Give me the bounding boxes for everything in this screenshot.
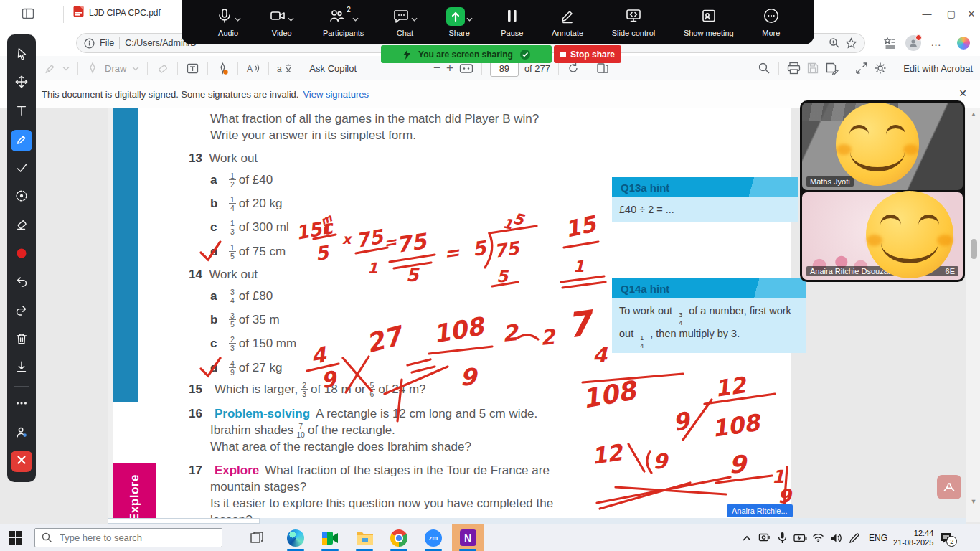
scroll-down-icon[interactable]: ▼ [966, 498, 980, 505]
acrobat-floating-button[interactable] [937, 475, 961, 499]
start-button[interactable] [9, 531, 22, 547]
tray-battery-icon[interactable] [791, 534, 809, 542]
meeting-video-button[interactable]: Video [269, 7, 294, 37]
eraser-icon[interactable] [156, 62, 169, 75]
pen-tool[interactable] [11, 130, 32, 151]
tray-wifi-icon[interactable] [809, 533, 827, 542]
settings-gear-icon[interactable] [874, 62, 887, 75]
print-icon[interactable] [787, 62, 801, 75]
window-maximize-button[interactable]: ▢ [941, 9, 961, 19]
banner-close-icon[interactable]: ✕ [958, 88, 967, 99]
move-tool[interactable] [11, 72, 32, 94]
copilot-icon[interactable] [957, 37, 970, 50]
tray-volume-icon[interactable] [827, 533, 845, 543]
favorites-bar-icon[interactable] [884, 37, 897, 50]
meeting-pause-button[interactable]: Pause [501, 7, 523, 37]
taskbar-app-edge[interactable] [280, 524, 311, 551]
tab-layout-icon[interactable] [22, 7, 34, 23]
meeting-annotate-button[interactable]: Annotate [552, 7, 583, 37]
tray-screen-record-icon[interactable] [755, 532, 773, 543]
translate-icon[interactable]: a [277, 62, 293, 75]
color-swatch-red[interactable] [11, 244, 32, 265]
participants-annotation-button[interactable] [11, 423, 32, 444]
rotate-icon[interactable] [567, 62, 580, 75]
taskbar-app-meet[interactable] [314, 524, 346, 551]
participants-icon [328, 7, 345, 27]
participant-videos-panel[interactable]: Maths Jyoti Anaira Ritchie Dsouza. 6E [800, 100, 965, 282]
meeting-show-meeting-button[interactable]: Show meeting [684, 7, 734, 37]
browser-tab[interactable]: LJD CIPA CPC.pdf [73, 6, 161, 20]
more-tools-button[interactable] [11, 394, 32, 415]
redo-button[interactable] [11, 301, 32, 322]
meeting-chat-button[interactable]: Chat [392, 7, 418, 37]
check-stamp-tool[interactable] [11, 159, 32, 180]
meeting-slide-control-button[interactable]: Slide control [612, 7, 656, 37]
zoom-page-icon[interactable] [829, 37, 840, 49]
favorite-star-icon[interactable] [845, 37, 857, 50]
ask-copilot-button[interactable]: Ask Copilot [309, 63, 357, 74]
chevron-down-icon[interactable] [288, 11, 294, 24]
draw-chevron-icon[interactable] [132, 66, 139, 71]
participant-count-badge: 2 [347, 6, 351, 14]
highlighter-icon[interactable] [43, 62, 57, 75]
search-icon[interactable] [758, 62, 771, 75]
scroll-up-icon[interactable]: ▲ [966, 110, 980, 118]
window-close-button[interactable]: ✕ [961, 9, 980, 19]
taskbar-app-onenote[interactable]: N [452, 524, 484, 551]
tray-notification-icon[interactable]: 2 [933, 532, 958, 544]
edit-with-acrobat-button[interactable]: Edit with Acrobat [903, 63, 973, 74]
meeting-more-button[interactable]: More [762, 7, 780, 37]
close-annotation-button[interactable] [11, 451, 32, 472]
taskbar-app-zoom[interactable]: zm [418, 524, 449, 551]
undo-button[interactable] [11, 272, 32, 293]
scrollbar-thumb[interactable] [108, 518, 260, 524]
chevron-down-icon[interactable] [411, 11, 418, 24]
scrollbar-thumb[interactable] [971, 239, 977, 259]
profile-avatar[interactable] [905, 35, 921, 51]
zoom-out-button[interactable]: − [433, 61, 440, 75]
stop-share-button[interactable]: Stop share [554, 45, 621, 63]
meeting-audio-button[interactable]: Audio [216, 7, 241, 37]
tray-pen-icon[interactable] [845, 532, 863, 544]
view-signatures-link[interactable]: View signatures [303, 89, 369, 100]
vertical-scrollbar[interactable]: ▲ ▼ [966, 108, 980, 522]
zoom-in-button[interactable]: + [446, 61, 453, 75]
horizontal-scrollbar[interactable] [108, 518, 966, 524]
chevron-down-icon[interactable] [352, 11, 359, 24]
fit-width-icon[interactable] [459, 63, 473, 74]
chevron-down-icon[interactable] [466, 11, 473, 24]
save-snapshot-button[interactable] [11, 357, 32, 379]
meeting-participants-button[interactable]: 2Participants [323, 7, 364, 37]
tray-language-label[interactable]: ENG [863, 533, 893, 543]
text-tool[interactable] [11, 101, 32, 123]
taskbar-search[interactable] [34, 528, 222, 547]
highlighter-chevron-icon[interactable] [62, 66, 70, 71]
task-view-button[interactable] [250, 531, 264, 548]
taskbar-app-chrome[interactable] [383, 524, 415, 551]
eraser-tool[interactable] [11, 215, 32, 237]
tray-chevron-icon[interactable] [738, 534, 755, 542]
taskbar-app-explorer[interactable] [349, 524, 380, 551]
browser-more-icon[interactable]: … [930, 36, 941, 48]
read-aloud-icon[interactable]: A [246, 62, 260, 75]
tray-clock[interactable]: 12:44 21-08-2025 [893, 529, 933, 547]
spotlight-tool[interactable] [11, 187, 32, 208]
tray-microphone-icon[interactable] [773, 532, 791, 544]
item-text: of 150 mm [239, 336, 296, 351]
signature-pen-icon[interactable] [216, 62, 230, 75]
expand-icon[interactable] [855, 62, 868, 75]
clear-drawings-button[interactable] [11, 329, 32, 351]
save-icon[interactable] [806, 62, 819, 75]
svg-text:a: a [277, 64, 282, 74]
meeting-share-button[interactable]: Share [446, 7, 473, 37]
text-box-icon[interactable] [186, 62, 199, 75]
select-tool[interactable] [11, 44, 32, 66]
draw-pen-icon[interactable] [86, 62, 99, 75]
draw-label[interactable]: Draw [105, 63, 126, 74]
window-minimize-button[interactable]: — [917, 9, 937, 19]
page-view-icon[interactable] [596, 62, 609, 75]
save-as-icon[interactable] [825, 62, 839, 75]
chevron-down-icon[interactable] [235, 11, 241, 24]
taskbar-search-input[interactable] [58, 532, 204, 544]
info-icon[interactable] [84, 38, 95, 49]
